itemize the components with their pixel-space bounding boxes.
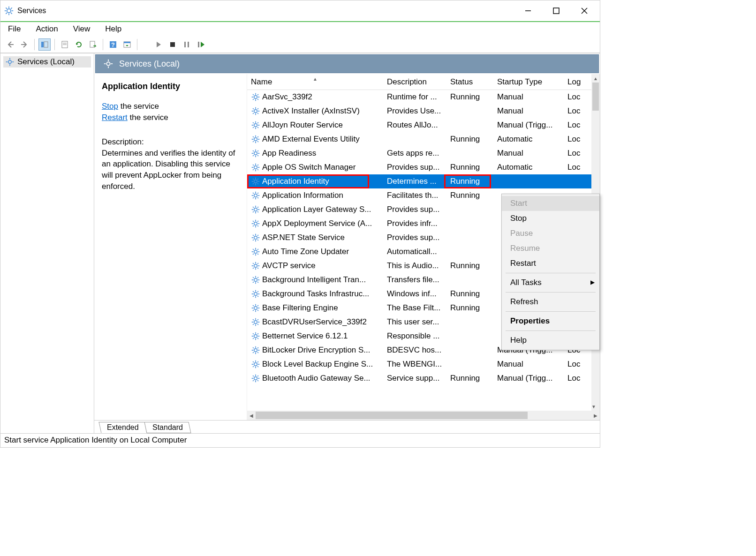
close-button[interactable] [577,4,591,18]
stop-service-button[interactable] [166,38,179,51]
show-hide-tree-button[interactable] [38,38,51,51]
menu-help[interactable]: Help [103,23,123,36]
service-row[interactable]: AMD External Events UtilityRunningAutoma… [247,132,600,146]
tree-item-services-local[interactable]: Services (Local) [3,56,91,68]
service-desc-cell: Runtime for ... [383,92,446,102]
svg-rect-26 [198,42,199,47]
forward-button[interactable] [18,38,30,51]
menu-file[interactable]: File [6,23,23,36]
export-list-button[interactable] [87,38,99,51]
service-desc-cell: Provides sup... [383,163,446,172]
horizontal-scrollbar[interactable]: ◀ ▶ [247,411,600,420]
pause-service-button[interactable] [181,38,193,51]
svg-line-159 [253,277,254,278]
service-desc-cell: This user ser... [383,317,446,327]
menu-view[interactable]: View [71,23,92,36]
svg-point-91 [254,180,257,183]
menu-item-stop[interactable]: Stop [502,211,599,226]
svg-line-180 [257,305,258,306]
column-status[interactable]: Status [446,77,493,87]
scroll-down-button[interactable]: ▼ [591,402,596,411]
scroll-thumb[interactable] [592,83,599,111]
menu-item-pause[interactable]: Pause [502,226,599,241]
column-startup-type[interactable]: Startup Type [493,77,564,87]
menu-separator [506,273,596,273]
menu-item-start[interactable]: Start [502,196,599,211]
svg-line-195 [253,333,254,334]
sort-indicator-icon: ▲ [313,77,318,82]
scroll-up-button[interactable]: ▲ [591,74,600,83]
svg-point-32 [106,62,110,65]
tab-extended[interactable]: Extended [98,422,147,433]
stop-service-link[interactable]: Stop [102,102,118,111]
service-status-cell: Running [446,191,493,200]
gear-icon [251,205,260,214]
tab-standard[interactable]: Standard [144,422,191,433]
svg-line-133 [257,240,258,240]
description-text: Determines and verifies the identity of … [102,148,242,192]
service-row[interactable]: Application IdentityDetermines ...Runnin… [247,174,600,188]
start-service-button[interactable] [152,38,165,51]
service-status-cell: Running [446,303,493,313]
svg-line-107 [253,197,254,198]
restart-service-button[interactable] [195,38,207,51]
service-logon-cell: Loc [564,120,587,130]
menu-item-refresh[interactable]: Refresh [502,294,599,309]
back-button[interactable] [4,38,16,51]
service-name-cell: Betternet Service 6.12.1 [247,331,383,341]
svg-line-5 [6,8,7,9]
scroll-left-button[interactable]: ◀ [247,413,256,418]
svg-line-213 [253,361,254,362]
svg-line-134 [253,240,254,240]
svg-line-162 [257,277,258,278]
svg-point-37 [254,96,257,99]
service-row[interactable]: App ReadinessGets apps re...ManualLoc [247,146,600,160]
menu-item-resume[interactable]: Resume [502,241,599,256]
services-window: Services File Action View Help ? [0,0,600,448]
svg-rect-24 [184,42,186,47]
svg-line-224 [253,380,254,381]
service-name-cell: Apple OS Switch Manager [247,163,383,172]
service-row[interactable]: AllJoyn Router ServiceRoutes AllJo...Man… [247,118,600,132]
service-startup-cell: Manual [493,149,564,158]
service-row[interactable]: ActiveX Installer (AxInstSV)Provides Use… [247,104,600,118]
svg-line-80 [253,155,254,156]
svg-line-223 [257,380,258,381]
column-description[interactable]: Description [383,77,446,87]
maximize-button[interactable] [549,4,563,18]
scroll-right-button[interactable]: ▶ [591,413,600,418]
help-button[interactable]: ? [107,38,119,51]
svg-line-51 [253,108,254,109]
column-log-on-as[interactable]: Log [564,77,587,87]
show-hide-action-pane-button[interactable] [121,38,133,51]
svg-line-87 [253,165,254,165]
service-desc-cell: Automaticall... [383,247,446,256]
menu-item-properties[interactable]: Properties [502,314,599,329]
service-row[interactable]: Block Level Backup Engine S...The WBENGI… [247,357,600,371]
properties-button[interactable] [59,38,71,51]
service-row[interactable]: Bluetooth Audio Gateway Se...Service sup… [247,371,600,385]
hscroll-thumb[interactable] [256,412,528,419]
service-logon-cell: Loc [564,106,587,116]
service-row[interactable]: AarSvc_339f2Runtime for ...RunningManual… [247,90,600,104]
service-desc-cell: Service supp... [383,374,446,383]
gear-icon [251,247,260,256]
column-name[interactable]: Name▲ [247,77,383,87]
svg-line-143 [253,254,254,255]
minimize-button[interactable] [521,4,535,18]
svg-line-214 [257,366,258,367]
service-status-cell: Running [446,261,493,270]
svg-point-109 [254,208,257,211]
refresh-button[interactable] [73,38,85,51]
service-row[interactable]: Apple OS Switch ManagerProvides sup...Ru… [247,160,600,174]
svg-line-205 [257,352,258,353]
menu-action[interactable]: Action [34,23,60,36]
gear-icon [251,346,260,355]
svg-line-187 [257,324,258,325]
svg-point-73 [254,152,257,155]
menu-item-help[interactable]: Help [502,333,599,348]
menu-item-restart[interactable]: Restart [502,256,599,271]
restart-service-link[interactable]: Restart [102,113,128,122]
service-logon-cell: Loc [564,163,587,172]
menu-item-all-tasks[interactable]: All Tasks▶ [502,275,599,290]
